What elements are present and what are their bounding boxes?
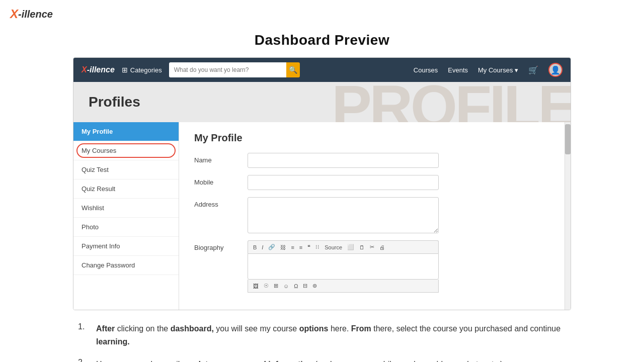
profile-form-title: My Profile [194,132,549,144]
sidebar-item-wishlist[interactable]: Wishlist [73,199,179,218]
page-title: Dashboard Preview [0,32,644,48]
sidebar-item-my-profile[interactable]: My Profile [73,122,179,141]
form-row-biography: Biography B I 🔗 ⛓ ≡ ≡ ❝ ⁝⁝ Source ⬜ [194,240,549,293]
editor-btn-target[interactable]: ⊚ [310,282,319,290]
instr2-update: update [186,360,212,362]
editor-btn-unlink[interactable]: ⛓ [278,243,288,251]
nav-link-events[interactable]: Events [448,66,468,74]
instr1-options: options [299,324,329,333]
logo-illence: -illence [18,9,53,20]
form-input-name[interactable] [248,153,439,168]
form-label-mobile: Mobile [194,175,239,186]
editor-btn-emoji[interactable]: ☺ [281,282,291,290]
profiles-banner: Profiles PROFILE [73,82,571,122]
editor-btn-print[interactable]: 🖨 [377,243,387,251]
editor-toolbar-1: B I 🔗 ⛓ ≡ ≡ ❝ ⁝⁝ Source ⬜ 🗒 ✂ [248,240,439,253]
bio-editor-area[interactable] [248,253,439,280]
instr1-from: From [351,324,371,333]
profile-form: My Profile Name Mobile Address Biography [179,122,565,310]
form-row-address: Address [194,197,549,233]
nav-search-input[interactable] [169,62,286,77]
form-row-name: Name [194,153,549,168]
editor-btn-minus[interactable]: ⊟ [301,282,309,290]
nav-logo: X-illence [82,65,115,74]
editor-btn-bold[interactable]: B [251,243,259,251]
nav-link-mycourses[interactable]: My Courses ▾ [478,66,518,74]
editor-btn-italic[interactable]: I [260,243,265,251]
instruction-num-2: 2. [78,358,90,362]
editor-btn-source[interactable]: Source [323,243,344,251]
scrollbar-thumb [565,124,571,154]
editor-btn-ul[interactable]: ≡ [289,243,296,251]
nav-search-wrap: 🔍 [169,62,300,77]
dashboard-preview: X-illence ⊞ Categories 🔍 Courses Events … [73,57,571,310]
profiles-title: Profiles [89,94,140,110]
nav-avatar[interactable]: 👤 [548,63,562,77]
instr1-dashboard: dashboard, [171,324,214,333]
sidebar-item-change-password[interactable]: Change Password [73,256,179,275]
editor-btn-link[interactable]: 🔗 [266,243,277,251]
form-label-address: Address [194,197,239,208]
grid-icon: ⊞ [122,66,128,74]
editor-btn-copy[interactable]: 🗒 [357,243,367,251]
editor-btn-quote[interactable]: ❝ [305,243,312,251]
form-label-name: Name [194,153,239,164]
bio-editor: B I 🔗 ⛓ ≡ ≡ ❝ ⁝⁝ Source ⬜ 🗒 ✂ [248,240,439,293]
instruction-text-2: Here you can also easily update your per… [96,358,503,362]
form-row-mobile: Mobile [194,175,549,190]
nav-search-button[interactable]: 🔍 [286,62,300,77]
editor-btn-circle[interactable]: ☉ [262,282,271,290]
instr2-personal-info: personal information [232,360,312,362]
profile-sidebar: My Profile My Courses Quiz Test Quiz Res… [73,122,179,310]
editor-btn-grid[interactable]: ⊞ [272,282,280,290]
instr1-after: After [96,324,115,333]
editor-btn-image[interactable]: 🖼 [251,282,261,290]
nav-right: Courses Events My Courses ▾ 🛒 👤 [414,63,562,77]
cart-icon[interactable]: 🛒 [528,65,538,75]
nav-logo-illence: -illence [87,65,115,74]
sidebar-item-payment-info[interactable]: Payment Info [73,237,179,256]
nav-link-courses[interactable]: Courses [414,66,438,74]
instruction-item-1: 1. After clicking on the dashboard, you … [78,322,566,348]
instructions: 1. After clicking on the dashboard, you … [73,322,571,362]
instr1-learning: learning. [96,337,130,346]
instruction-num-1: 1. [78,322,90,331]
nav-categories[interactable]: ⊞ Categories [122,66,162,74]
sidebar-item-quiz-result[interactable]: Quiz Result [73,179,179,199]
editor-btn-maximize[interactable]: ⬜ [345,243,356,251]
top-logo: X-illence [10,7,53,21]
sidebar-item-my-courses[interactable]: My Courses [73,141,179,160]
profiles-bg-text: PROFILE [332,82,571,122]
nav-categories-label: Categories [130,66,162,74]
top-bar: X-illence [0,0,644,28]
instruction-item-2: 2. Here you can also easily update your … [78,358,566,362]
logo-x: X [10,7,18,21]
editor-btn-cut[interactable]: ✂ [368,243,376,251]
profile-content-area: My Profile My Courses Quiz Test Quiz Res… [73,122,571,310]
preview-scrollbar[interactable] [565,122,571,310]
editor-btn-ol[interactable]: ≡ [297,243,304,251]
instruction-text-1: After clicking on the dashboard, you wil… [96,322,566,348]
nav-logo-x: X [82,65,87,74]
nav-bar: X-illence ⊞ Categories 🔍 Courses Events … [73,58,571,82]
form-label-biography: Biography [194,240,239,251]
editor-btn-table[interactable]: ⁝⁝ [313,243,321,251]
editor-btn-omega[interactable]: Ω [292,282,300,290]
page-title-bar: Dashboard Preview [0,28,644,57]
sidebar-item-photo[interactable]: Photo [73,218,179,237]
sidebar-item-quiz-test[interactable]: Quiz Test [73,160,179,179]
form-input-mobile[interactable] [248,175,439,190]
form-textarea-address[interactable] [248,197,439,233]
profile-content: My Profile My Courses Quiz Test Quiz Res… [73,122,565,310]
editor-toolbar-2: 🖼 ☉ ⊞ ☺ Ω ⊟ ⊚ [248,280,439,293]
